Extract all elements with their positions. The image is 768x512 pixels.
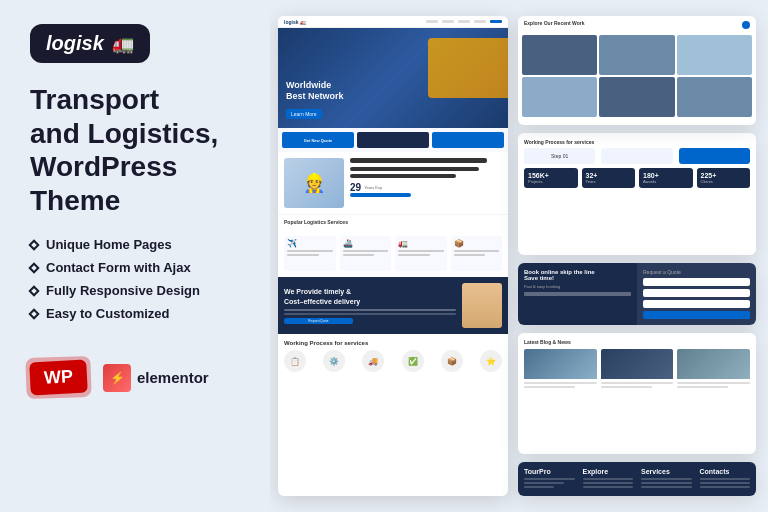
footer-line [583,486,634,488]
mockup-nav: logisk 🚛 [278,16,508,28]
process-steps: Step 01 [524,148,750,164]
footer-mockup: TourPro Explore Services Contacts [518,462,756,496]
portfolio-title: Explore Our Recent Work [524,20,584,26]
dark-section: We Provide timely &Cost–effective delive… [278,277,508,334]
portfolio-img [522,77,597,117]
feature-item: Easy to Customized [30,306,200,321]
process-step: ✅ [402,350,424,372]
process-step: 🚚 [362,350,384,372]
process-step: 📋 [284,350,306,372]
right-column: Explore Our Recent Work Working Process … [518,16,756,496]
footer-line [700,486,751,488]
feature-item: Contact Form with Ajax [30,260,200,275]
hero-text-box: WorldwideBest Network Learn More [286,80,344,120]
nav-item [426,20,438,23]
stat-card: 225+ Clients [697,168,751,188]
booking-mockup: Book online skip the lineSave time! Fast… [518,263,756,325]
blog-card [677,349,750,393]
text-line [350,174,456,178]
service-line [454,250,500,252]
footer-line [583,478,634,480]
portfolio-img [677,35,752,75]
person-image [462,283,502,328]
features-list: Unique Home Pages Contact Form with Ajax… [30,237,200,329]
logistics-text: 29 Years Exp [350,158,502,200]
truck-icon: 🚛 [112,33,134,55]
process-step: 📦 [441,350,463,372]
booking-title: Book online skip the lineSave time! [524,269,631,281]
form-input [643,300,750,308]
portfolio-header: Explore Our Recent Work [518,16,756,31]
footer-line [700,478,751,480]
service-icon: 🚛 [398,239,444,248]
booking-form: Request a Quote [637,263,756,325]
dark-title: We Provide timely &Cost–effective delive… [284,287,456,307]
blog-image [524,349,597,379]
stat-item [432,132,504,148]
stat-number: 180+ [643,172,689,179]
nav-item [474,20,486,23]
process-step: ⭐ [480,350,502,372]
main-title: Transport and Logistics, WordPress Theme [30,83,240,217]
form-submit [643,311,750,319]
text-line [284,313,456,315]
logo-text: logisk [46,32,104,55]
service-card: ✈️ [284,236,336,271]
cta-btn: Request Quote [284,318,353,324]
mockup-main: logisk 🚛 WorldwideBest Network Learn Mor… [278,16,508,496]
text-line [677,386,728,388]
service-line [287,250,333,252]
blog-mockup: Latest Blog & News [518,333,756,454]
service-line [343,254,375,256]
badges-row: WP ⚡ elementor [30,361,209,394]
process-section: Working Process for services 📋 ⚙️ 🚚 ✅ 📦 … [278,334,508,378]
stats-mockup: Working Process for services Step 01 156… [518,133,756,254]
stats-bar: Get New Quote [278,128,508,152]
process-step: ⚙️ [323,350,345,372]
booking-dark: Book online skip the lineSave time! Fast… [518,263,637,325]
nav-cta [490,20,502,23]
form-input [643,289,750,297]
text-line [524,292,631,296]
service-icon: 🚢 [343,239,389,248]
stats-mini: 29 Years Exp [350,182,502,193]
footer-heading: Contacts [700,468,751,475]
service-icon: 📦 [454,239,500,248]
portfolio-img [522,35,597,75]
logo-badge: logisk 🚛 [30,24,150,63]
logistics-section: 👷 29 Years Exp [278,152,508,215]
blog-image [601,349,674,379]
stat-label: Clients [701,179,747,184]
blog-grid [524,349,750,393]
nav-item [458,20,470,23]
stat-label: Years [586,179,632,184]
footer-col: Services [641,468,692,490]
nav-dots [426,20,502,23]
blog-text [677,379,750,393]
diamond-icon [28,262,39,273]
service-card: 🚢 [340,236,392,271]
blog-text [524,379,597,393]
wp-badge: WP [29,360,88,396]
footer-line [524,486,554,488]
text-line [284,309,456,311]
portfolio-grid [518,31,756,121]
left-panel: logisk 🚛 Transport and Logistics, WordPr… [0,0,270,512]
logistics-image: 👷 [284,158,344,208]
service-line [398,254,430,256]
mockup-hero: WorldwideBest Network Learn More [278,28,508,128]
stat-card: 180+ Awards [639,168,693,188]
service-line [287,254,319,256]
footer-col: Explore [583,468,634,490]
nav-item [442,20,454,23]
form-input [643,278,750,286]
right-panel: logisk 🚛 WorldwideBest Network Learn Mor… [270,0,768,512]
text-line [350,167,479,171]
text-line [601,386,652,388]
diamond-icon [28,239,39,250]
footer-heading: Services [641,468,692,475]
services-label: Popular Logistics Services [278,215,508,230]
elementor-icon: ⚡ [103,364,131,392]
elementor-badge: ⚡ elementor [103,364,209,392]
stats-row: 156K+ Projects 32+ Years 180+ Awards 225… [524,168,750,188]
